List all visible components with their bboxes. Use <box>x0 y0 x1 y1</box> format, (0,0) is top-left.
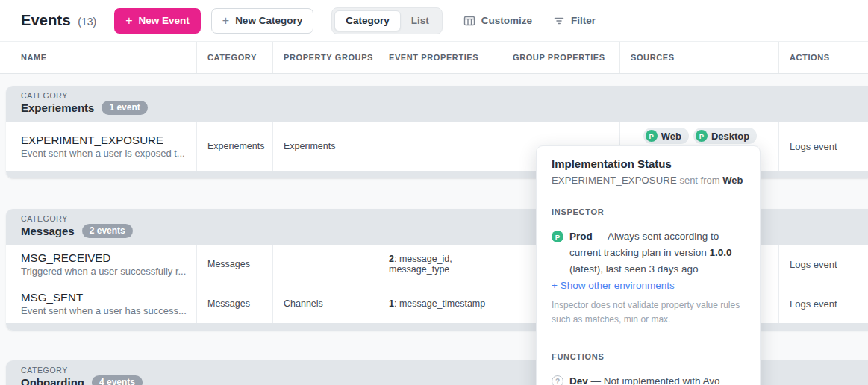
event-name: EXPERIMENT_EXPOSURE <box>21 134 189 146</box>
functions-status-message: — Not implemented with Avo Functions <box>569 375 720 385</box>
environment-name: Dev <box>569 375 588 385</box>
inspector-section-label: INSPECTOR <box>552 207 745 216</box>
new-event-button[interactable]: + New Event <box>114 8 201 34</box>
page-title: Events (13) <box>21 12 96 29</box>
customize-columns-icon <box>463 15 475 27</box>
popover-title: Implementation Status <box>552 157 745 170</box>
event-description: Triggered when a user successfully r... <box>21 266 189 277</box>
column-header-group-properties: GROUP PROPERTIES <box>502 42 619 73</box>
popover-header: Implementation Status EXPERIMENT_EXPOSUR… <box>552 146 745 195</box>
functions-section: FUNCTIONS ? Dev — Not implemented with A… <box>552 339 745 385</box>
event-count-badge: 1 event <box>102 101 147 115</box>
filter-lines-icon <box>553 15 565 27</box>
category-name: Messages <box>21 225 75 237</box>
event-name: MSG_SENT <box>21 291 189 304</box>
plus-icon: + <box>222 15 229 27</box>
action-label: Logs event <box>790 141 861 152</box>
functions-status-text: Dev — Not implemented with Avo Functions <box>569 373 745 385</box>
functions-dev-status: ? Dev — Not implemented with Avo Functio… <box>552 373 745 385</box>
inspector-status-text: Prod — Always sent according to current … <box>569 228 745 278</box>
source-label: Desktop <box>711 131 749 142</box>
filter-button[interactable]: Filter <box>553 15 596 27</box>
column-header-name: NAME <box>0 42 196 73</box>
property-groups-cell: Experiments <box>272 122 378 171</box>
version-number: 1.0.0 <box>710 247 732 258</box>
event-description: Event sent when a user has success... <box>21 305 189 316</box>
question-circle-icon: ? <box>552 375 563 385</box>
source-label: Web <box>661 131 681 142</box>
prod-status-icon: P <box>552 231 563 242</box>
category-cell: Messages <box>196 284 272 323</box>
actions-cell: Logs event <box>778 122 868 171</box>
property-groups-cell: Channels <box>272 284 378 323</box>
property-list: : message_id, message_type <box>389 254 452 275</box>
column-header-property-groups: PROPERTY GROUPS <box>272 42 378 73</box>
implementation-status-popover: Implementation Status EXPERIMENT_EXPOSUR… <box>536 145 761 385</box>
category-cell: Experiements <box>196 122 272 171</box>
table-header: NAME CATEGORY PROPERTY GROUPS EVENT PROP… <box>0 42 868 74</box>
property-count: 2 <box>389 254 394 264</box>
new-category-button[interactable]: + New Category <box>211 8 313 34</box>
toolbar: Events (13) + New Event + New Category C… <box>0 0 868 42</box>
popover-event-name: EXPERIMENT_EXPOSURE <box>552 175 677 186</box>
inspector-section: INSPECTOR P Prod — Always sent according… <box>552 195 745 339</box>
inspector-prod-status: P Prod — Always sent according to curren… <box>552 228 745 278</box>
popover-subtitle: EXPERIMENT_EXPOSURE sent from Web <box>552 175 745 186</box>
category-band-experiements: CATEGORY Experiements 1 event <box>6 86 868 122</box>
column-header-category: CATEGORY <box>196 42 272 73</box>
event-properties-cell: 1: message_timestamp <box>378 284 502 323</box>
source-pill-desktop[interactable]: P Desktop <box>693 128 757 144</box>
category-name: Onboarding <box>21 376 84 385</box>
new-category-label: New Category <box>235 15 302 26</box>
view-toggle-category[interactable]: Category <box>334 10 401 31</box>
category-band-label: CATEGORY <box>21 91 868 100</box>
event-name: MSG_RECEIVED <box>21 251 189 264</box>
category-cell: Messages <box>196 245 272 284</box>
action-label: Logs event <box>790 298 861 310</box>
event-properties-cell: 2: message_id, message_type <box>378 245 502 284</box>
actions-cell: Logs event <box>778 245 868 284</box>
view-toggle-list[interactable]: List <box>401 10 440 31</box>
column-header-actions: ACTIONS <box>778 42 868 73</box>
popover-subtitle-middle: sent from <box>677 175 722 186</box>
column-header-sources: SOURCES <box>619 42 778 73</box>
page-title-text: Events <box>21 12 71 28</box>
new-event-label: New Event <box>139 15 190 26</box>
property-groups-cell <box>272 245 378 284</box>
environment-name: Prod <box>569 231 593 242</box>
property-list: : message_timestamp <box>394 298 485 309</box>
action-label: Logs event <box>790 259 861 270</box>
events-count: (13) <box>78 16 96 28</box>
status-text-after-version: (latest), last seen 3 days ago <box>569 263 699 275</box>
view-toggle: Category List <box>331 7 443 34</box>
prod-status-icon: P <box>696 130 708 142</box>
customize-label: Customize <box>481 15 532 26</box>
customize-button[interactable]: Customize <box>463 15 532 27</box>
status-text-before-version: — Always sent according to current track… <box>569 231 719 258</box>
event-name-cell[interactable]: MSG_RECEIVED Triggered when a user succe… <box>6 245 196 284</box>
event-properties-cell <box>378 122 502 171</box>
event-name-cell[interactable]: MSG_SENT Event sent when a user has succ… <box>6 284 196 323</box>
popover-source-name: Web <box>722 175 743 186</box>
functions-section-label: FUNCTIONS <box>552 352 745 361</box>
prod-status-icon: P <box>646 130 658 142</box>
filter-label: Filter <box>571 15 596 26</box>
show-other-environments-link[interactable]: + Show other environments <box>552 280 745 291</box>
column-header-event-properties: EVENT PROPERTIES <box>378 42 502 73</box>
source-pill-web[interactable]: P Web <box>643 128 689 144</box>
property-count: 1 <box>389 298 394 309</box>
event-count-badge: 2 events <box>82 224 133 238</box>
event-description: Event sent when a user is exposed t... <box>21 148 189 159</box>
event-count-badge: 4 events <box>92 375 143 385</box>
plus-icon: + <box>125 15 132 27</box>
category-name: Experiements <box>21 101 94 114</box>
inspector-note: Inspector does not validate property val… <box>552 298 745 339</box>
event-name-cell[interactable]: EXPERIMENT_EXPOSURE Event sent when a us… <box>6 122 196 171</box>
actions-cell: Logs event <box>778 284 868 323</box>
